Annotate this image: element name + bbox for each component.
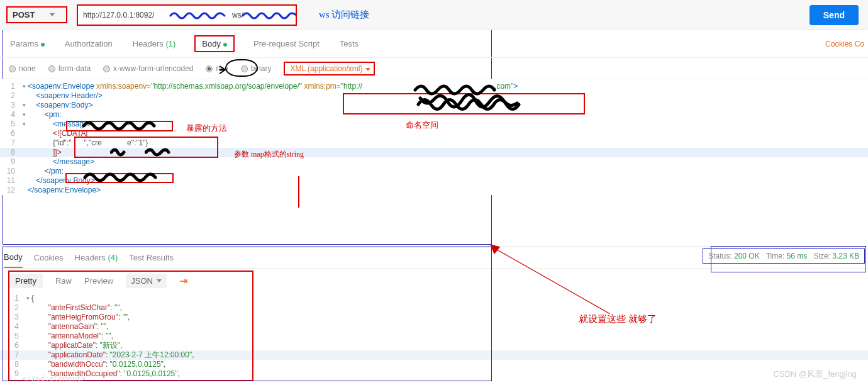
bodytype-none[interactable]: none	[9, 64, 36, 73]
scribble-redaction-icon	[169, 9, 232, 21]
scribble-black-icon	[82, 120, 170, 132]
watermark: CSDN @风景_fengjing	[774, 369, 857, 380]
url-input[interactable]: http://127.0.0.1:8092/ ws/	[77, 4, 297, 26]
tab-authorization[interactable]: Authorization	[64, 36, 114, 51]
anno-method: 暴露的方法	[186, 123, 227, 134]
ws-annotation: ws 访问链接	[319, 9, 369, 21]
hand-circle-annotation	[225, 59, 258, 77]
request-tabs: Params Authorization Headers (1) Body Pr…	[0, 30, 868, 58]
scribble-black-icon	[110, 147, 129, 157]
tab-headers[interactable]: Headers (1)	[131, 36, 177, 51]
tab-tests[interactable]: Tests	[338, 36, 360, 51]
svg-line-1	[494, 248, 610, 314]
url-text: http://127.0.0.1:8092/	[83, 11, 154, 20]
anno-enough: 就设置这些 就够了	[579, 313, 657, 325]
bodytype-urlencoded[interactable]: x-www-form-urlencoded	[103, 64, 193, 73]
anno-namespace: 命名空间	[406, 120, 438, 131]
arrow-red-icon	[491, 245, 616, 320]
hand-arrow-icon	[219, 65, 228, 74]
chevron-down-icon	[50, 13, 55, 16]
anno-param: 参数 map格式的string	[234, 149, 304, 160]
body-type-row: none form-data x-www-form-urlencoded raw…	[0, 58, 868, 79]
anno-box-status	[711, 246, 866, 272]
cookies-link[interactable]: Cookies Co	[825, 40, 864, 48]
method-select[interactable]: POST	[6, 6, 67, 23]
anno-box-response-outer	[3, 247, 492, 381]
red-caret-marker	[298, 176, 299, 208]
bodytype-formdata[interactable]: form-data	[48, 64, 91, 73]
ghost-xml: </xsd:element>	[22, 374, 86, 383]
scribble-redaction-icon	[242, 9, 297, 21]
request-topbar: POST http://127.0.0.1:8092/ ws/ ws 访问链接 …	[0, 0, 868, 30]
svg-marker-2	[491, 245, 499, 254]
content-type-select[interactable]: XML (application/xml)	[284, 62, 375, 75]
tab-prerequest[interactable]: Pre-request Script	[252, 36, 321, 51]
scribble-black-icon	[412, 79, 513, 98]
scribble-black-icon	[83, 171, 171, 184]
scribble-black-icon	[145, 147, 179, 157]
method-value: POST	[13, 10, 35, 20]
tab-body[interactable]: Body	[194, 35, 235, 52]
tab-params[interactable]: Params	[9, 36, 46, 51]
send-button[interactable]: Send	[810, 5, 859, 25]
